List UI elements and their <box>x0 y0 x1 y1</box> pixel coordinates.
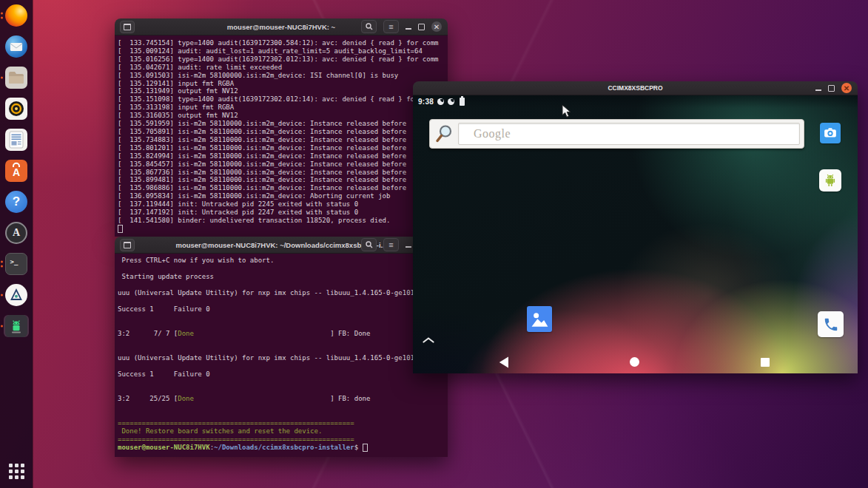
android-statusbar: 9:38 <box>413 95 858 108</box>
terminal-line: [ 135.845457] isi-m2m 58110000.isi:m2m_d… <box>118 160 448 169</box>
search-icon[interactable] <box>361 238 377 251</box>
firefox-icon <box>5 4 27 27</box>
menu-icon[interactable]: ≡ <box>383 238 399 251</box>
camera-app-icon[interactable] <box>820 123 841 143</box>
terminal-line <box>118 387 448 395</box>
terminal-line: Done! Restore board switches and reset t… <box>118 427 448 436</box>
terminal-line: [ 135.131949] output fmt NV12 <box>118 87 448 95</box>
terminal-line <box>118 403 448 411</box>
dock-item-ubuntu-software[interactable]: A <box>4 160 29 182</box>
dock-item-android-emulator[interactable] <box>4 315 29 337</box>
terminal-line <box>118 411 448 419</box>
terminal2-output[interactable]: Press CTRL+C now if you wish to abort. S… <box>115 254 448 457</box>
status-clock: 9:38 <box>418 98 434 106</box>
android-app-icon[interactable] <box>819 169 841 192</box>
desktop: mouser@mouser-NUC8i7HVK: ~ ≡ ✕ [ 133.745… <box>0 0 868 488</box>
close-button[interactable]: ✕ <box>431 21 442 32</box>
dock-item-help[interactable]: ? <box>4 191 29 213</box>
terminal-line: uuu (Universal Update Utility) for nxp i… <box>118 354 448 362</box>
terminal-line: [ 135.009124] audit: audit_lost=1 audit_… <box>118 47 448 55</box>
running-indicator-dots <box>1 325 3 328</box>
minimize-button[interactable] <box>406 243 411 248</box>
terminal-line <box>118 225 448 233</box>
home-button[interactable] <box>630 357 639 367</box>
minimize-button[interactable] <box>815 86 821 91</box>
search-icon[interactable] <box>361 20 377 33</box>
terminal-line <box>118 265 448 273</box>
terminal-window-2: mouser@mouser-NUC8i7HVK: ~/Downloads/cci… <box>115 237 448 457</box>
gallery-app-icon[interactable] <box>527 306 552 332</box>
terminal-line: [ 135.129141] input fmt RGBA <box>118 80 448 88</box>
terminal-line: [ 135.151098] type=1400 audit(1639172302… <box>118 95 448 104</box>
dock-item-libreoffice-writer[interactable] <box>4 129 29 151</box>
close-button[interactable]: ✕ <box>841 83 852 93</box>
emulator-titlebar[interactable]: CCIMX8XSBCPRO ✕ <box>413 81 858 95</box>
terminal-line <box>118 297 448 305</box>
dock-items: A?A>_ <box>0 0 33 337</box>
search-magnifier-icon <box>430 124 458 143</box>
terminal-line: uuu (Universal Update Utility) for nxp i… <box>118 289 448 297</box>
ubuntu-dock: A?A>_ <box>0 0 33 488</box>
terminal-window-1: mouser@mouser-NUC8i7HVK: ~ ≡ ✕ [ 133.745… <box>115 18 448 237</box>
back-button[interactable] <box>499 356 509 371</box>
dock-item-rhythmbox[interactable] <box>4 98 29 120</box>
terminal-line: [ 135.986886] isi-m2m 58110000.isi:m2m_d… <box>118 184 448 192</box>
terminal-line <box>118 346 448 354</box>
terminal-app-icon[interactable] <box>120 239 135 251</box>
running-indicator-dots <box>1 13 3 19</box>
terminal2-titlebar[interactable]: mouser@mouser-NUC8i7HVK: ~/Downloads/cci… <box>115 237 448 254</box>
terminal-line: [ 136.095834] isi-m2m 58110000.isi:m2m_d… <box>118 192 448 200</box>
terminal-line <box>118 379 448 387</box>
dock-item-firefox[interactable] <box>4 4 29 27</box>
a-circle-icon: A <box>5 222 27 244</box>
battery-icon <box>460 98 465 106</box>
dock-item-files[interactable] <box>4 67 29 89</box>
emulator-window: CCIMX8XSBCPRO ✕ 9:38 <box>413 81 858 373</box>
running-indicator-dots <box>1 261 3 268</box>
terminal-line: [ 141.541580] binder: undelivered transa… <box>118 217 448 225</box>
terminal-line: ========================================… <box>118 436 448 444</box>
terminal-line: [ 137.147192] init: Untracked pid 2247 e… <box>118 209 448 217</box>
minimize-button[interactable] <box>406 24 411 30</box>
menu-icon[interactable]: ≡ <box>383 20 399 33</box>
terminal-line: [ 135.091503] isi-m2m 58100000.isi:m2m_d… <box>118 72 448 80</box>
show-applications-button[interactable] <box>9 464 24 479</box>
phone-app-icon[interactable] <box>818 311 844 337</box>
terminal1-titlebar[interactable]: mouser@mouser-NUC8i7HVK: ~ ≡ ✕ <box>115 18 448 35</box>
recents-button[interactable] <box>761 358 770 367</box>
android-studio-icon <box>5 284 27 306</box>
terminal-line: [ 135.016256] type=1400 audit(1639172302… <box>118 55 448 64</box>
dock-item-a-app[interactable]: A <box>4 222 29 244</box>
terminal1-output[interactable]: [ 133.745154] type=1400 audit(1639172300… <box>115 35 448 237</box>
running-indicator-dots <box>1 77 3 79</box>
ubuntu-software-icon: A <box>5 160 27 182</box>
maximize-button[interactable] <box>418 24 425 30</box>
status-circle-icon <box>437 98 444 105</box>
android-emulator-icon <box>5 315 27 337</box>
terminal-line: Starting update process <box>118 273 448 281</box>
terminal-line <box>118 322 448 330</box>
terminal-line: [ 135.734883] isi-m2m 58110000.isi:m2m_d… <box>118 136 448 144</box>
maximize-button[interactable] <box>828 85 835 92</box>
thunderbird-icon <box>5 35 27 58</box>
search-input[interactable]: Google <box>458 123 800 145</box>
terminal-line: [ 135.824994] isi-m2m 58110000.isi:m2m_d… <box>118 152 448 160</box>
chevron-up-icon[interactable] <box>423 333 434 346</box>
dock-item-terminal[interactable]: >_ <box>4 253 29 275</box>
terminal-line: [ 135.867736] isi-m2m 58110000.isi:m2m_d… <box>118 169 448 177</box>
emulator-title: CCIMX8XSBCPRO <box>413 84 858 92</box>
terminal-app-icon[interactable] <box>120 21 135 33</box>
terminal-line: [ 135.042671] audit: rate limit exceeded <box>118 64 448 72</box>
google-search-widget[interactable]: Google <box>429 119 804 149</box>
terminal-line: Success 1 Failure 0 <box>118 370 448 379</box>
dock-item-thunderbird[interactable] <box>4 35 29 58</box>
rhythmbox-icon <box>5 98 27 120</box>
files-folder-icon <box>5 67 27 89</box>
terminal-line: [ 135.801201] isi-m2m 58110000.isi:m2m_d… <box>118 144 448 152</box>
svg-text:A: A <box>13 166 20 178</box>
terminal-icon: >_ <box>5 253 27 275</box>
android-screen: 9:38 Google <box>413 95 858 373</box>
terminal-line: [ 135.316035] output fmt NV12 <box>118 112 448 120</box>
terminal-line: [ 135.313198] input fmt RGBA <box>118 104 448 112</box>
dock-item-android-studio[interactable] <box>4 284 29 306</box>
